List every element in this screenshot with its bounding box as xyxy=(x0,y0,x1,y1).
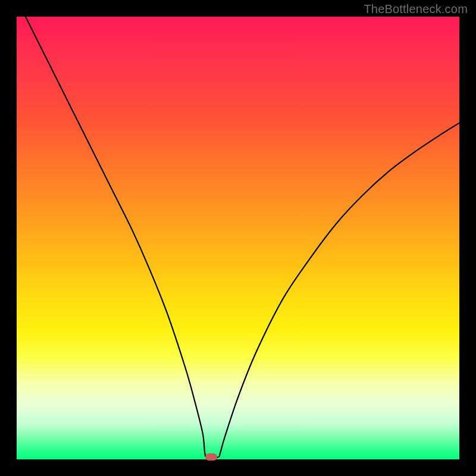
bottleneck-curve xyxy=(26,17,459,458)
chart-frame: TheBottleneck.com xyxy=(0,0,476,476)
watermark-text: TheBottleneck.com xyxy=(364,2,468,16)
optimum-marker xyxy=(205,453,217,461)
plot-area xyxy=(17,17,459,459)
curve-svg xyxy=(17,17,459,459)
